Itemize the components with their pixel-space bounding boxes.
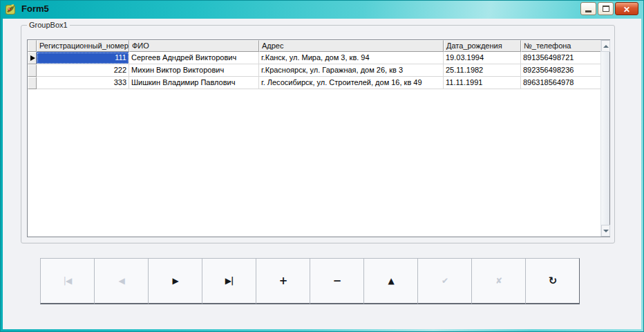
current-row-indicator	[28, 52, 37, 64]
column-header-fio[interactable]: ФИО	[129, 40, 259, 52]
grid-cell[interactable]: Сергеев Адндрей Викторович	[129, 52, 259, 64]
grid-cell[interactable]: 891356498721	[521, 52, 601, 64]
down-arrow-icon	[603, 230, 609, 232]
insert-record-icon: +	[279, 276, 287, 286]
db-navigator: |◀ ◀ ▶ ▶| + − ▲ ✔ ✘ ↻	[40, 258, 580, 304]
db-grid[interactable]: Регистрационный_номер ФИО Адрес Дата_рож…	[27, 39, 610, 237]
row-indicator	[28, 77, 37, 89]
scroll-down-button[interactable]	[601, 225, 610, 237]
column-header-birthdate[interactable]: Дата_рождения	[444, 40, 521, 52]
column-header-registration-number[interactable]: Регистрационный_номер	[37, 40, 129, 52]
maximize-icon	[603, 6, 609, 12]
titlebar[interactable]: Form5	[0, 0, 644, 19]
grid-cell[interactable]: 896318564978	[521, 77, 601, 89]
edit-record-icon: ▲	[388, 277, 393, 285]
nav-first-button[interactable]: |◀	[40, 258, 95, 304]
row-indicator	[28, 64, 37, 77]
grid-cell[interactable]: 333	[37, 77, 129, 89]
groupbox1-label: GroupBox1	[27, 21, 70, 29]
maximize-button[interactable]	[598, 2, 614, 15]
form-client-area: GroupBox1 Регистрационный_номер ФИО Адре…	[3, 19, 641, 329]
form-window: Form5 GroupBox1 Регистрационный_номер ФИ…	[0, 0, 644, 332]
column-header-address[interactable]: Адрес	[259, 40, 444, 52]
delete-record-icon: −	[333, 276, 341, 286]
table-row[interactable]: 111 Сергеев Адндрей Викторович г.Канск, …	[28, 52, 609, 64]
grid-cell[interactable]: Михин Виктор Викторович	[129, 64, 259, 77]
close-icon	[623, 3, 630, 15]
grid-cell[interactable]: 19.03.1994	[444, 52, 521, 64]
grid-cell[interactable]: 222	[37, 64, 129, 77]
table-row[interactable]: 333 Шишкин Владимир Павлович г. Лесосиби…	[28, 77, 609, 89]
current-row-arrow-icon	[30, 55, 35, 61]
indicator-column-header	[28, 40, 37, 52]
nav-last-button[interactable]: ▶|	[202, 258, 256, 304]
window-controls	[580, 2, 638, 15]
nav-delete-button[interactable]: −	[310, 258, 364, 304]
last-record-icon: ▶|	[225, 277, 234, 285]
grid-cell-selected[interactable]: 111	[37, 52, 129, 64]
grid-cell[interactable]: 892356498236	[521, 64, 601, 77]
nav-insert-button[interactable]: +	[256, 258, 310, 304]
minimize-icon	[585, 10, 591, 12]
grid-header-row: Регистрационный_номер ФИО Адрес Дата_рож…	[28, 40, 609, 52]
nav-post-button[interactable]: ✔	[417, 258, 472, 304]
table-row[interactable]: 222 Михин Виктор Викторович г.Красноярск…	[28, 64, 609, 77]
nav-edit-button[interactable]: ▲	[363, 258, 418, 304]
grid-cell[interactable]: 25.11.1982	[444, 64, 521, 77]
grid-cell[interactable]: г.Канск, ул. Мира, дом 3, кв. 94	[259, 52, 444, 64]
grid-cell[interactable]: г. Лесосибирск, ул. Строителей, дом 16, …	[259, 77, 444, 89]
next-record-icon: ▶	[172, 277, 178, 285]
close-button[interactable]	[615, 2, 638, 15]
scroll-up-button[interactable]	[601, 40, 610, 52]
minimize-button[interactable]	[580, 2, 596, 15]
window-title: Form5	[21, 3, 49, 14]
app-icon	[5, 3, 17, 15]
column-header-phone[interactable]: №_телефона	[521, 40, 601, 52]
grid-cell[interactable]: г.Красноярск, ул. Гаражная, дом 26, кв 3	[259, 64, 444, 77]
cancel-edit-icon: ✘	[495, 277, 502, 285]
grid-cell[interactable]: Шишкин Владимир Павлович	[129, 77, 259, 89]
grid-vertical-scrollbar[interactable]	[600, 40, 609, 237]
nav-prior-button[interactable]: ◀	[94, 258, 149, 304]
nav-next-button[interactable]: ▶	[148, 258, 202, 304]
prior-record-icon: ◀	[118, 277, 124, 285]
refresh-data-icon: ↻	[549, 276, 557, 286]
groupbox1: GroupBox1 Регистрационный_номер ФИО Адре…	[21, 25, 615, 243]
post-edit-icon: ✔	[442, 277, 448, 285]
up-arrow-icon	[603, 45, 609, 48]
first-record-icon: |◀	[64, 277, 71, 285]
grid-cell[interactable]: 11.11.1991	[444, 77, 521, 89]
nav-refresh-button[interactable]: ↻	[525, 258, 580, 304]
nav-cancel-button[interactable]: ✘	[471, 258, 526, 304]
